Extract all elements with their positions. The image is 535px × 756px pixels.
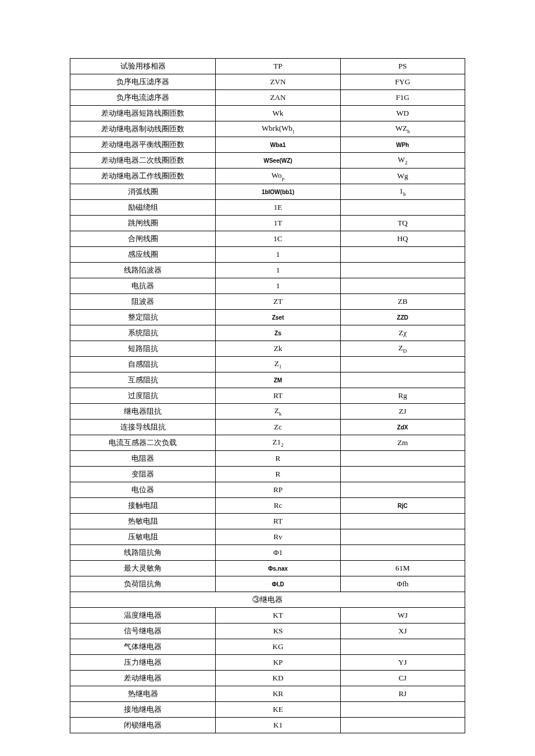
table-cell: WSee(WZ) xyxy=(216,153,340,169)
table-cell: Φs.nax xyxy=(216,561,340,576)
table-row: 电流互感器二次负载Z12Zm xyxy=(70,435,465,451)
table-cell: KE xyxy=(216,702,340,718)
table-cell xyxy=(340,200,465,216)
table-cell: Zs xyxy=(216,325,340,341)
table-cell: XJ xyxy=(340,624,465,639)
table-cell: 差动继电器 xyxy=(70,671,216,686)
table-cell xyxy=(340,639,465,655)
table-cell: 消弧线圈 xyxy=(70,184,216,200)
table-cell: TQ xyxy=(340,216,465,231)
table-cell: Wbrk(Wb) xyxy=(216,121,340,137)
table-row: 差动继电器工作线圈匝数WopWg xyxy=(70,169,465,184)
table-cell: 差动继电器平衡线圈匝数 xyxy=(70,137,216,153)
table-row: 接触电阻RcRjC xyxy=(70,498,465,514)
table-cell: ZB xyxy=(340,294,465,310)
table-cell: 气体继电器 xyxy=(70,639,216,655)
table-cell: 电阻器 xyxy=(70,451,216,467)
table-row: 系统阻抗ZsZχ xyxy=(70,325,465,341)
table-cell: 1E xyxy=(216,200,340,216)
table-cell: Φ1 xyxy=(216,545,340,561)
table-row: 消弧线圈1bIOW(bb1)1h xyxy=(70,184,465,200)
table-cell: 合闸线圈 xyxy=(70,231,216,247)
table-cell: RT xyxy=(216,514,340,529)
table-cell: 1 xyxy=(216,247,340,263)
table-row: 差动继电器制动线圈匝数Wbrk(Wb)WZh xyxy=(70,121,465,137)
table-row: 整定阻抗ZsetZZD xyxy=(70,310,465,325)
table-cell: WZh xyxy=(340,121,465,137)
table-cell: R xyxy=(216,467,340,482)
table-row: 互感阻抗ZM xyxy=(70,372,465,388)
table-row: 闭锁继电器K1 xyxy=(70,718,465,733)
table-cell xyxy=(340,702,465,718)
table-cell: 温度继电器 xyxy=(70,608,216,624)
table-cell: Zχ xyxy=(340,325,465,341)
table-row: 压力继电器KPYJ xyxy=(70,655,465,671)
table-row: 电阻器R xyxy=(70,451,465,467)
table-cell: WPh xyxy=(340,137,465,153)
table-cell xyxy=(340,357,465,372)
table-cell: TP xyxy=(216,59,340,74)
table-row: 热敏电阻RT xyxy=(70,514,465,529)
table-cell: 负序电压滤序器 xyxy=(70,74,216,90)
table-cell: Φfh xyxy=(340,576,465,592)
table-cell: 接触电阻 xyxy=(70,498,216,514)
table-cell: ZAN xyxy=(216,90,340,106)
table-row: 阻波器ZTZB xyxy=(70,294,465,310)
table-cell: 电抗器 xyxy=(70,278,216,294)
table-cell: 跳闸线圈 xyxy=(70,216,216,231)
table-cell: 1 xyxy=(216,263,340,278)
table-cell: KS xyxy=(216,624,340,639)
table-cell: R xyxy=(216,451,340,467)
table-row: 线路阻抗角Φ1 xyxy=(70,545,465,561)
table-cell: 61M xyxy=(340,561,465,576)
table-cell xyxy=(340,529,465,545)
table-row: 压敏电阻Rv xyxy=(70,529,465,545)
table-row: 差动继电器短路线圈匝数WkWD xyxy=(70,106,465,121)
table-cell: 电位器 xyxy=(70,482,216,498)
table-cell: 差动继电器工作线圈匝数 xyxy=(70,169,216,184)
table-cell: K1 xyxy=(216,718,340,733)
table-cell: 差动继电器短路线圈匝数 xyxy=(70,106,216,121)
table-cell: WD xyxy=(340,106,465,121)
table-cell: 感应线圈 xyxy=(70,247,216,263)
table-cell: 线路阻抗角 xyxy=(70,545,216,561)
table-cell: ZM xyxy=(216,372,340,388)
table-cell: ZdX xyxy=(340,420,465,435)
table-cell: RP xyxy=(216,482,340,498)
table-cell: Zset xyxy=(216,310,340,325)
table-row: 跳闸线圈1TTQ xyxy=(70,216,465,231)
table-cell: HQ xyxy=(340,231,465,247)
table-cell: WJ xyxy=(340,608,465,624)
table-cell: ZJ xyxy=(340,404,465,420)
table-cell: ZT xyxy=(216,294,340,310)
table-row: 负序电流滤序器ZANF1G xyxy=(70,90,465,106)
table-cell: ΦI,D xyxy=(216,576,340,592)
table-cell: FYG xyxy=(340,74,465,90)
table-cell: 负序电流滤序器 xyxy=(70,90,216,106)
table-cell: 试验用移相器 xyxy=(70,59,216,74)
table-cell xyxy=(340,718,465,733)
table-row: 电抗器1 xyxy=(70,278,465,294)
table-cell: 1T xyxy=(216,216,340,231)
table-row: 线路陷波器1 xyxy=(70,263,465,278)
table-cell: 继电器阻抗 xyxy=(70,404,216,420)
table-cell: 整定阻抗 xyxy=(70,310,216,325)
table-cell: Rc xyxy=(216,498,340,514)
table-cell: Wg xyxy=(340,169,465,184)
table-cell xyxy=(340,482,465,498)
table-cell: 过度阻抗 xyxy=(70,388,216,404)
table-cell: 闭锁继电器 xyxy=(70,718,216,733)
table-cell xyxy=(340,247,465,263)
table-cell: ZZD xyxy=(340,310,465,325)
table-cell: F1G xyxy=(340,90,465,106)
table-cell: Wop xyxy=(216,169,340,184)
table-cell: RT xyxy=(216,388,340,404)
table-row: 短路阻抗ZkZD xyxy=(70,341,465,357)
table-cell: 阻波器 xyxy=(70,294,216,310)
table-cell: RjC xyxy=(340,498,465,514)
section-header-row: ③继电器 xyxy=(70,592,465,608)
symbol-table: 试验用移相器TPPS负序电压滤序器ZVNFYG负序电流滤序器ZANF1G差动继电… xyxy=(70,58,465,733)
table-cell: Rv xyxy=(216,529,340,545)
table-row: 气体继电器KG xyxy=(70,639,465,655)
table-row: 过度阻抗RTRg xyxy=(70,388,465,404)
